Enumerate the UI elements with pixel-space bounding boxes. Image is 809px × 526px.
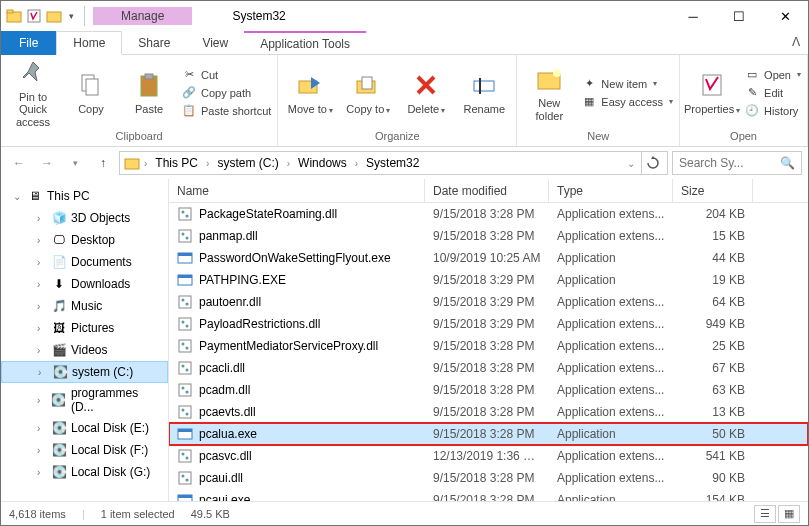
ribbon-collapse-icon[interactable]: ᐱ bbox=[792, 35, 800, 49]
search-box[interactable]: 🔍 bbox=[672, 151, 802, 175]
search-input[interactable] bbox=[679, 156, 780, 170]
chevron-down-icon[interactable]: ⌄ bbox=[13, 191, 23, 202]
properties-quick-icon[interactable] bbox=[25, 7, 43, 25]
maximize-button[interactable]: ☐ bbox=[716, 1, 762, 31]
music-icon: 🎵 bbox=[51, 298, 67, 314]
file-row[interactable]: PayloadRestrictions.dll9/15/2018 3:29 PM… bbox=[169, 313, 808, 335]
paste-button[interactable]: Paste bbox=[123, 69, 175, 115]
file-row[interactable]: pcaui.dll9/15/2018 3:28 PMApplication ex… bbox=[169, 467, 808, 489]
file-date: 9/15/2018 3:29 PM bbox=[425, 317, 549, 331]
sidebar-item-downloads[interactable]: ›⬇Downloads bbox=[1, 273, 168, 295]
sidebar-item-desktop[interactable]: ›🖵Desktop bbox=[1, 229, 168, 251]
sidebar-item-local-g[interactable]: ›💽Local Disk (G:) bbox=[1, 461, 168, 483]
chevron-right-icon[interactable]: › bbox=[285, 158, 292, 169]
svg-point-22 bbox=[186, 237, 189, 240]
sidebar[interactable]: ⌄🖥This PC ›🧊3D Objects ›🖵Desktop ›📄Docum… bbox=[1, 179, 169, 501]
file-row[interactable]: pautoenr.dll9/15/2018 3:29 PMApplication… bbox=[169, 291, 808, 313]
back-button[interactable]: ← bbox=[7, 151, 31, 175]
folder-icon[interactable] bbox=[5, 7, 23, 25]
sidebar-item-this-pc[interactable]: ⌄🖥This PC bbox=[1, 185, 168, 207]
sidebar-item-videos[interactable]: ›🎬Videos bbox=[1, 339, 168, 361]
new-item-button[interactable]: ✦New item▾ bbox=[581, 76, 673, 92]
minimize-button[interactable]: ─ bbox=[670, 1, 716, 31]
qat-customize[interactable]: ▾ bbox=[65, 11, 78, 21]
file-row[interactable]: PasswordOnWakeSettingFlyout.exe10/9/2019… bbox=[169, 247, 808, 269]
sidebar-item-3d-objects[interactable]: ›🧊3D Objects bbox=[1, 207, 168, 229]
history-button[interactable]: 🕘History bbox=[744, 103, 801, 119]
column-size[interactable]: Size bbox=[673, 179, 753, 202]
drive-icon: 💽 bbox=[51, 420, 67, 436]
close-button[interactable]: ✕ bbox=[762, 1, 808, 31]
chevron-down-icon[interactable]: ⌄ bbox=[627, 158, 635, 169]
move-to-button[interactable]: Move to▾ bbox=[284, 69, 336, 116]
file-row[interactable]: panmap.dll9/15/2018 3:28 PMApplication e… bbox=[169, 225, 808, 247]
file-row[interactable]: PackageStateRoaming.dll9/15/2018 3:28 PM… bbox=[169, 203, 808, 225]
file-row[interactable]: pcaevts.dll9/15/2018 3:28 PMApplication … bbox=[169, 401, 808, 423]
file-row[interactable]: pcadm.dll9/15/2018 3:28 PMApplication ex… bbox=[169, 379, 808, 401]
dll-icon bbox=[177, 404, 193, 420]
properties-button[interactable]: Properties▾ bbox=[686, 69, 738, 116]
column-date[interactable]: Date modified bbox=[425, 179, 549, 202]
breadcrumb-item[interactable]: This PC bbox=[151, 154, 202, 172]
file-size: 154 KB bbox=[673, 493, 753, 501]
breadcrumb-item[interactable]: Windows bbox=[294, 154, 351, 172]
copy-path-button[interactable]: 🔗Copy path bbox=[181, 85, 271, 101]
application-tools-tab[interactable]: Application Tools bbox=[244, 31, 366, 55]
context-tab[interactable]: Manage bbox=[93, 7, 192, 25]
forward-button[interactable]: → bbox=[35, 151, 59, 175]
edit-button[interactable]: ✎Edit bbox=[744, 85, 801, 101]
svg-point-51 bbox=[182, 475, 185, 478]
home-tab[interactable]: Home bbox=[56, 31, 122, 55]
sidebar-item-programmes-d[interactable]: ›💽programmes (D... bbox=[1, 383, 168, 417]
file-row[interactable]: PaymentMediatorServiceProxy.dll9/15/2018… bbox=[169, 335, 808, 357]
pin-quick-access-button[interactable]: Pin to Quick access bbox=[7, 57, 59, 127]
file-tab[interactable]: File bbox=[1, 31, 56, 55]
svg-rect-17 bbox=[179, 208, 191, 220]
file-list[interactable]: Name Date modified Type Size PackageStat… bbox=[169, 179, 808, 501]
breadcrumb-item[interactable]: system (C:) bbox=[213, 154, 282, 172]
open-button[interactable]: ▭Open▾ bbox=[744, 67, 801, 83]
breadcrumb-item[interactable]: System32 bbox=[362, 154, 423, 172]
sidebar-item-system-c[interactable]: ›💽system (C:) bbox=[1, 361, 168, 383]
svg-point-21 bbox=[182, 233, 185, 236]
file-row[interactable]: pcacli.dll9/15/2018 3:28 PMApplication e… bbox=[169, 357, 808, 379]
paste-shortcut-button[interactable]: 📋Paste shortcut bbox=[181, 103, 271, 119]
file-row[interactable]: PATHPING.EXE9/15/2018 3:29 PMApplication… bbox=[169, 269, 808, 291]
view-tab[interactable]: View bbox=[186, 31, 244, 55]
column-type[interactable]: Type bbox=[549, 179, 673, 202]
file-row[interactable]: pcalua.exe9/15/2018 3:28 PMApplication50… bbox=[169, 423, 808, 445]
sidebar-item-documents[interactable]: ›📄Documents bbox=[1, 251, 168, 273]
file-name: PackageStateRoaming.dll bbox=[199, 207, 337, 221]
dll-icon bbox=[177, 360, 193, 376]
share-tab[interactable]: Share bbox=[122, 31, 186, 55]
cut-button[interactable]: ✂Cut bbox=[181, 67, 271, 83]
rename-button[interactable]: Rename bbox=[458, 69, 510, 115]
breadcrumb[interactable]: › This PC › system (C:) › Windows › Syst… bbox=[119, 151, 668, 175]
new-folder-button[interactable]: New folder bbox=[523, 63, 575, 121]
svg-rect-24 bbox=[178, 253, 192, 256]
copy-button[interactable]: Copy bbox=[65, 69, 117, 115]
copy-to-button[interactable]: Copy to▾ bbox=[342, 69, 394, 116]
chevron-right-icon[interactable]: › bbox=[204, 158, 211, 169]
search-icon[interactable]: 🔍 bbox=[780, 156, 795, 170]
recent-locations[interactable]: ▾ bbox=[63, 151, 87, 175]
statusbar: 4,618 items | 1 item selected 49.5 KB ☰ … bbox=[1, 501, 808, 525]
sidebar-item-pictures[interactable]: ›🖼Pictures bbox=[1, 317, 168, 339]
delete-button[interactable]: Delete▾ bbox=[400, 69, 452, 116]
sidebar-item-local-e[interactable]: ›💽Local Disk (E:) bbox=[1, 417, 168, 439]
column-name[interactable]: Name bbox=[169, 179, 425, 202]
icons-view-button[interactable]: ▦ bbox=[778, 505, 800, 523]
chevron-right-icon[interactable]: › bbox=[353, 158, 360, 169]
file-row[interactable]: pcasvc.dll12/13/2019 1:36 PMApplication … bbox=[169, 445, 808, 467]
sidebar-item-local-f[interactable]: ›💽Local Disk (F:) bbox=[1, 439, 168, 461]
easy-access-button[interactable]: ▦Easy access▾ bbox=[581, 94, 673, 110]
up-button[interactable]: ↑ bbox=[91, 151, 115, 175]
sidebar-item-music[interactable]: ›🎵Music bbox=[1, 295, 168, 317]
chevron-right-icon[interactable]: › bbox=[142, 158, 149, 169]
new-item-icon: ✦ bbox=[581, 76, 597, 92]
drive-icon: 💽 bbox=[51, 392, 67, 408]
new-folder-quick-icon[interactable] bbox=[45, 7, 63, 25]
details-view-button[interactable]: ☰ bbox=[754, 505, 776, 523]
refresh-button[interactable] bbox=[641, 152, 663, 174]
file-row[interactable]: pcaui.exe9/15/2018 3:28 PMApplication154… bbox=[169, 489, 808, 501]
